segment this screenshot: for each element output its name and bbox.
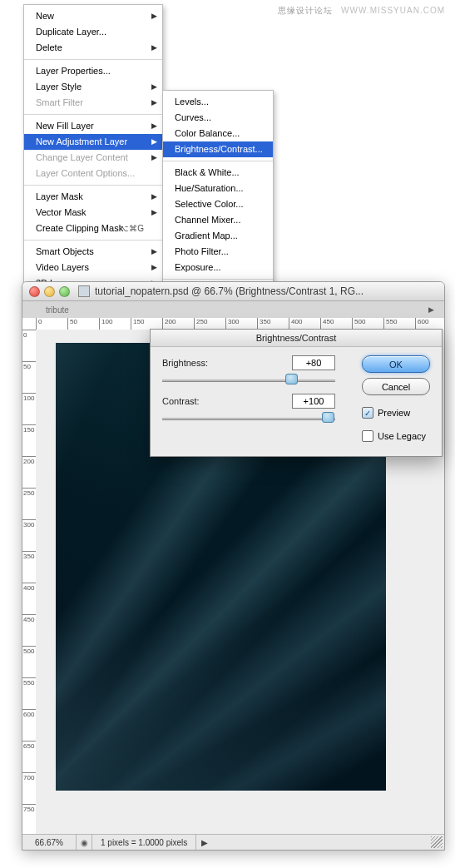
menu-item[interactable]: Duplicate Layer... [24, 24, 162, 40]
ruler-tick: 350 [257, 318, 270, 330]
menu-item[interactable]: Black & White... [163, 165, 273, 181]
ruler-tick: 750 [22, 804, 37, 813]
window-title: tutorial_nopatern.psd @ 66.7% (Brightnes… [95, 285, 444, 297]
submenu-arrow-icon: ▶ [151, 261, 157, 274]
menu-item[interactable]: New▶ [24, 8, 162, 24]
submenu-arrow-icon: ▶ [151, 191, 157, 203]
submenu-arrow-icon: ▶ [151, 246, 157, 258]
ruler-tick: 50 [67, 318, 77, 330]
ruler-tick: 450 [22, 614, 37, 623]
submenu-arrow-icon: ▶ [151, 120, 157, 132]
document-proxy-icon[interactable] [78, 285, 90, 297]
ruler-tick: 700 [22, 772, 37, 781]
status-info[interactable]: 1 pixels = 1.0000 pixels [92, 835, 196, 850]
status-popup-icon[interactable]: ◉ [77, 835, 92, 850]
ruler-tick: 500 [22, 646, 37, 655]
use-legacy-label: Use Legacy [378, 431, 426, 441]
menu-item[interactable]: Layer Style▶ [24, 79, 162, 95]
ruler-tick: 0 [36, 318, 42, 330]
contrast-label: Contrast: [162, 396, 230, 406]
close-window-button[interactable] [29, 286, 40, 297]
menu-item[interactable]: Layer Properties... [24, 63, 162, 79]
submenu-arrow-icon: ▶ [151, 81, 157, 93]
cancel-button[interactable]: Cancel [362, 378, 430, 395]
menu-item[interactable]: Video Layers▶ [24, 260, 162, 275]
ruler-tick: 50 [22, 361, 37, 370]
menu-item[interactable]: Color Balance... [163, 126, 273, 141]
menu-item[interactable]: Selective Color... [163, 196, 273, 212]
submenu-arrow-icon: ▶ [151, 151, 157, 164]
resize-handle-icon[interactable] [431, 836, 443, 848]
traffic-light-buttons [29, 286, 70, 297]
use-legacy-checkbox[interactable]: Use Legacy [362, 430, 430, 442]
menu-item[interactable]: Hue/Saturation... [163, 181, 273, 196]
ruler-tick: 350 [22, 551, 37, 560]
ruler-tick: 550 [22, 677, 37, 687]
submenu-arrow-icon: ▶ [151, 42, 157, 54]
ruler-tick: 600 [22, 709, 37, 718]
status-info-arrow-icon[interactable]: ▶ [196, 838, 213, 847]
watermark: 思缘设计论坛 WWW.MISSYUAN.COM [278, 5, 445, 17]
checkbox-icon: ✓ [362, 407, 373, 419]
menu-item[interactable]: Brightness/Contrast... [163, 141, 273, 157]
ruler-tick: 100 [99, 318, 112, 330]
ruler-tick: 100 [22, 393, 37, 402]
checkbox-icon [362, 430, 373, 442]
window-titlebar[interactable]: tutorial_nopatern.psd @ 66.7% (Brightnes… [22, 282, 444, 301]
menu-item[interactable]: Levels... [163, 94, 273, 110]
ruler-tick: 400 [22, 583, 37, 592]
ruler-tick: 150 [22, 424, 37, 434]
contrast-slider[interactable] [162, 412, 342, 424]
ruler-tick: 250 [194, 318, 207, 330]
watermark-en: WWW.MISSYUAN.COM [341, 6, 445, 15]
ruler-tick: 550 [383, 318, 397, 330]
submenu-arrow-icon: ▶ [151, 97, 157, 109]
zoom-field[interactable]: 66.67% [22, 835, 77, 850]
zoom-window-button[interactable] [59, 286, 70, 297]
ruler-tick: 600 [415, 318, 428, 330]
brightness-slider[interactable] [162, 374, 342, 385]
vertical-ruler[interactable]: 0501001502002503003504004505005506006507… [22, 330, 37, 835]
watermark-cn: 思缘设计论坛 [278, 6, 333, 15]
menu-item[interactable]: New Adjustment Layer▶ [24, 134, 162, 150]
submenu-arrow-icon: ▶ [151, 206, 157, 219]
menu-item: Change Layer Content▶ [24, 150, 162, 166]
ruler-tick: 450 [320, 318, 334, 330]
ruler-tick: 250 [22, 488, 37, 497]
preview-label: Preview [378, 408, 410, 418]
menu-item: Smart Filter▶ [24, 95, 162, 111]
options-bar: tribute ▶ [22, 301, 444, 319]
ruler-tick: 400 [289, 318, 302, 330]
menu-item[interactable]: Create Clipping Mask⌥⌘G [24, 221, 162, 236]
brightness-contrast-dialog: Brightness/Contrast Brightness: +80 Cont… [150, 329, 443, 457]
submenu-arrow-icon: ▶ [151, 136, 157, 148]
brightness-input[interactable]: +80 [292, 355, 335, 370]
minimize-window-button[interactable] [44, 286, 55, 297]
ruler-tick: 300 [225, 318, 239, 330]
status-bar: 66.67% ◉ 1 pixels = 1.0000 pixels ▶ [22, 834, 444, 850]
menu-item[interactable]: Gradient Map... [163, 228, 273, 244]
menu-item[interactable]: Smart Objects▶ [24, 244, 162, 260]
ruler-tick: 200 [162, 318, 176, 330]
ruler-tick: 0 [22, 330, 37, 339]
ruler-tick: 300 [22, 519, 37, 528]
menu-item[interactable]: Exposure... [163, 260, 273, 275]
ok-button[interactable]: OK [362, 355, 430, 373]
menu-item[interactable]: Vector Mask▶ [24, 205, 162, 221]
menu-item[interactable]: Delete▶ [24, 40, 162, 56]
options-bar-label: tribute [46, 305, 69, 315]
options-bar-arrow-icon[interactable]: ▶ [428, 305, 434, 314]
menu-item[interactable]: Layer Mask▶ [24, 189, 162, 205]
menu-item[interactable]: Channel Mixer... [163, 212, 273, 228]
menu-item[interactable]: Curves... [163, 110, 273, 126]
ruler-origin[interactable] [22, 318, 37, 330]
preview-checkbox[interactable]: ✓ Preview [362, 407, 430, 419]
brightness-label: Brightness: [162, 358, 230, 368]
contrast-input[interactable]: +100 [292, 394, 335, 409]
ruler-tick: 650 [22, 741, 37, 750]
menu-item[interactable]: New Fill Layer▶ [24, 118, 162, 134]
ruler-tick: 200 [22, 456, 37, 465]
ruler-tick: 150 [131, 318, 144, 330]
menu-item[interactable]: Photo Filter... [163, 244, 273, 260]
ruler-tick: 500 [352, 318, 365, 330]
